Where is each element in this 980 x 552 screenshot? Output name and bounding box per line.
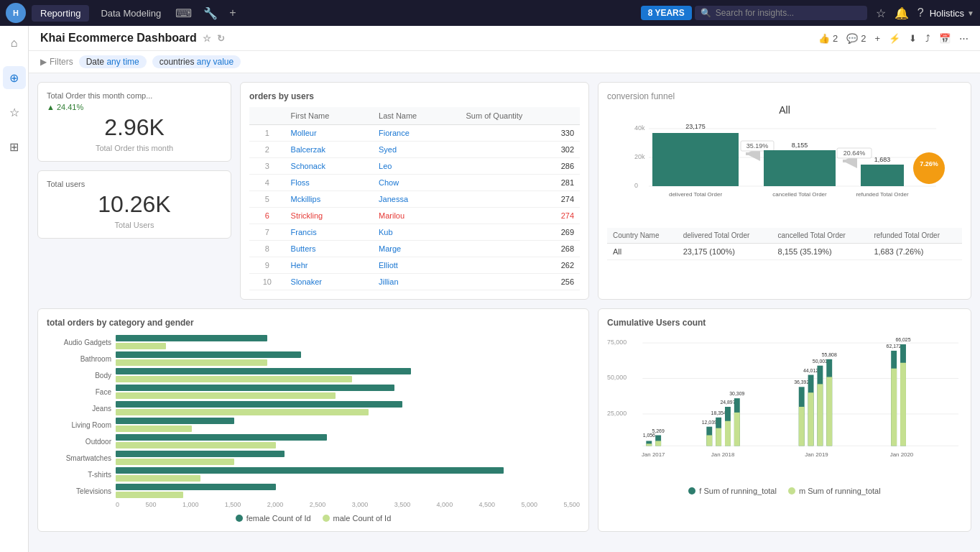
tab-data-modeling[interactable]: Data Modeling — [92, 5, 170, 22]
share-action[interactable]: ⤴ — [925, 33, 930, 44]
svg-text:Jan 2017: Jan 2017 — [642, 451, 665, 458]
sidebar-item-favorites[interactable]: ☆ — [3, 101, 26, 124]
row-lastname[interactable]: Chow — [373, 175, 460, 191]
funnel-bar-refunded — [861, 165, 904, 186]
col-qty: Sum of Quantity — [460, 107, 580, 125]
funnel-bar-delivered — [652, 133, 739, 186]
download-action[interactable]: ⬇ — [909, 33, 917, 44]
hbar-label: Smartwatches — [47, 454, 111, 462]
comment-action[interactable]: 💬 2 — [846, 33, 866, 44]
more-action[interactable]: ⋯ — [959, 33, 969, 44]
more-icon: ⋯ — [959, 33, 969, 44]
add-action[interactable]: + — [874, 33, 880, 44]
funnel-data-table: Country Name delivered Total Order cance… — [607, 228, 962, 260]
svg-text:44,012: 44,012 — [803, 368, 818, 373]
hbar-label: Audio Gadgets — [47, 339, 111, 346]
row-firstname[interactable]: Butters — [285, 241, 373, 257]
svg-rect-48 — [808, 392, 814, 446]
filter-chevron-icon[interactable]: ▶ — [40, 57, 47, 67]
filter-chip-countries[interactable]: countries any value — [152, 55, 241, 68]
refresh-icon[interactable]: ↻ — [217, 33, 225, 44]
row-lastname[interactable]: Marilou — [373, 208, 460, 224]
row-firstname[interactable]: Balcerzak — [285, 142, 373, 158]
row-firstname[interactable]: Strickling — [285, 208, 373, 224]
schedule-action[interactable]: 📅 — [939, 33, 951, 44]
svg-rect-45 — [799, 407, 805, 446]
svg-text:12,039: 12,039 — [702, 420, 717, 425]
table-row: 6 Strickling Marilou 274 — [249, 208, 580, 224]
hbar-label: Living Room — [47, 421, 111, 429]
svg-text:delivered Total Order: delivered Total Order — [669, 191, 722, 198]
sidebar-item-dashboards[interactable]: ⊞ — [3, 135, 26, 158]
svg-text:36,392: 36,392 — [794, 380, 809, 385]
row-firstname[interactable]: Slonaker — [285, 274, 373, 290]
terminal-icon[interactable]: ⌨ — [172, 4, 195, 23]
hbar-category-row: Body — [47, 368, 580, 382]
row-lastname[interactable]: Elliott — [373, 257, 460, 274]
sidebar-item-search[interactable]: ⊕ — [3, 66, 26, 89]
user-menu[interactable]: Holistics — [930, 8, 964, 19]
funnel-title: conversion funnel — [607, 91, 962, 101]
hbar-bars — [116, 368, 580, 382]
table-row: 3 Schonack Leo 286 — [249, 158, 580, 175]
filter-label: ▶ Filters — [40, 57, 73, 67]
fcol-refunded: refunded Total Order — [868, 228, 962, 244]
row-idx: 6 — [249, 208, 285, 224]
svg-text:7.26%: 7.26% — [920, 160, 938, 167]
left-column: Total Order this month comp... ▲ 24.41% … — [37, 82, 231, 300]
svg-rect-27 — [646, 443, 652, 446]
like-action[interactable]: 👍 2 — [818, 33, 838, 44]
filter-chip-countries-key: countries — [160, 57, 195, 67]
filter-chip-date-key: Date — [86, 57, 104, 67]
svg-rect-11 — [843, 160, 857, 162]
row-lastname[interactable]: Syed — [373, 142, 460, 158]
hbar-category-row: Smartwatches — [47, 451, 580, 465]
star-icon[interactable]: ☆ — [876, 6, 886, 20]
row-lastname[interactable]: Janessa — [373, 191, 460, 208]
notifications-icon[interactable]: 🔔 — [895, 6, 909, 20]
hbar-female — [116, 484, 276, 490]
add-icon[interactable]: + — [226, 4, 239, 22]
orders-table-title: orders by users — [249, 91, 580, 101]
legend-cum-male-dot — [788, 487, 795, 494]
tab-reporting[interactable]: Reporting — [32, 5, 89, 22]
dashboard-actions: 👍 2 💬 2 + ⚡ ⬇ ⤴ — [818, 33, 969, 44]
col-lastname: Last Name — [373, 107, 460, 125]
row-firstname[interactable]: Molleur — [285, 125, 373, 142]
nav-utility-icons: ⌨ 🔧 + — [172, 4, 239, 23]
hbar-legend: female Count of Id male Count of Id — [47, 514, 580, 523]
hbar-female — [116, 418, 234, 424]
hbar-female — [116, 451, 285, 457]
row-firstname[interactable]: Floss — [285, 175, 373, 191]
search-input[interactable] — [716, 8, 861, 18]
hbar-label: Televisions — [47, 487, 111, 495]
filter-chip-date[interactable]: Date any time — [79, 55, 147, 68]
legend-female: female Count of Id — [236, 514, 311, 523]
svg-text:24,897: 24,897 — [720, 400, 735, 405]
years-badge-button[interactable]: 8 YEARS — [641, 6, 692, 20]
bookmark-icon[interactable]: ☆ — [203, 33, 211, 44]
sidebar-item-home[interactable]: ⌂ — [3, 32, 26, 55]
row-idx: 9 — [249, 257, 285, 274]
row-lastname[interactable]: Jillian — [373, 274, 460, 290]
legend-male-dot — [323, 515, 330, 522]
funnel-chart-area: 40k 20k 0 23,175 35.19 — [607, 121, 962, 222]
hbar-male — [116, 376, 352, 382]
hbar-bars — [116, 418, 580, 432]
row-lastname[interactable]: Leo — [373, 158, 460, 175]
row-firstname[interactable]: Schonack — [285, 158, 373, 175]
help-icon[interactable]: ? — [917, 6, 924, 19]
filter-action[interactable]: ⚡ — [889, 33, 900, 44]
row-lastname[interactable]: Fiorance — [373, 125, 460, 142]
col-idx — [249, 107, 285, 125]
row-firstname[interactable]: Francis — [285, 224, 373, 241]
svg-text:50,001: 50,001 — [813, 359, 828, 364]
hbar-label: T-shirts — [47, 471, 111, 479]
user-dropdown-icon[interactable]: ▼ — [967, 9, 974, 17]
row-lastname[interactable]: Kub — [373, 224, 460, 241]
row-firstname[interactable]: Mckillips — [285, 191, 373, 208]
settings-icon[interactable]: 🔧 — [200, 4, 221, 23]
row-firstname[interactable]: Hehr — [285, 257, 373, 274]
kpi2-value: 10.26K — [47, 191, 222, 218]
row-lastname[interactable]: Marge — [373, 241, 460, 257]
